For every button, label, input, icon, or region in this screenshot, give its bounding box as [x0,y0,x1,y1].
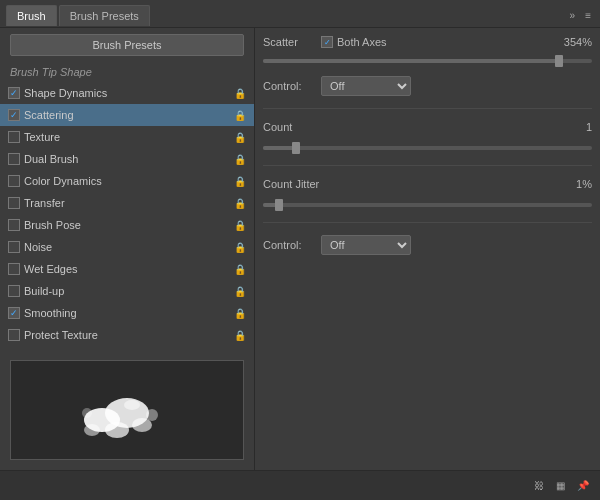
count-jitter-slider-track[interactable] [263,203,592,207]
lock-texture: 🔒 [234,132,246,143]
control-label-1: Control: [263,80,315,92]
label-build-up: Build-up [24,285,230,297]
control-row-2: Control: Off [263,235,592,255]
checkbox-build-up[interactable] [8,285,20,297]
brush-list: ✓ Shape Dynamics 🔒 ✓ Scattering 🔒 Textur… [0,82,254,356]
count-jitter-value: 1% [576,178,592,190]
brush-item-scattering[interactable]: ✓ Scattering 🔒 [0,104,254,126]
lock-transfer: 🔒 [234,198,246,209]
count-jitter-slider-row[interactable] [263,198,592,212]
label-dual-brush: Dual Brush [24,153,230,165]
tab-bar: Brush Brush Presets » ≡ [0,0,600,28]
lock-noise: 🔒 [234,242,246,253]
count-label: Count [263,121,292,133]
checkbox-scattering[interactable]: ✓ [8,109,20,121]
checkbox-texture[interactable] [8,131,20,143]
lock-smoothing: 🔒 [234,308,246,319]
label-transfer: Transfer [24,197,230,209]
checkbox-shape-dynamics[interactable]: ✓ [8,87,20,99]
right-panel: Scatter ✓ Both Axes 354% Control: Off [255,28,600,470]
menu-icon[interactable]: ≡ [582,8,594,23]
main-container: Brush Brush Presets » ≡ Brush Presets Br… [0,0,600,500]
tab-brush-presets[interactable]: Brush Presets [59,5,150,26]
expand-icon[interactable]: » [567,8,579,23]
divider-1 [263,108,592,109]
brush-preview-svg [72,375,182,445]
checkbox-noise[interactable] [8,241,20,253]
label-protect-texture: Protect Texture [24,329,230,341]
lock-brush-pose: 🔒 [234,220,246,231]
both-axes-container: ✓ Both Axes [321,36,387,48]
svg-point-7 [124,400,140,410]
lock-color-dynamics: 🔒 [234,176,246,187]
brush-item-color-dynamics[interactable]: Color Dynamics 🔒 [0,170,254,192]
lock-build-up: 🔒 [234,286,246,297]
count-row: Count 1 [263,121,592,133]
scatter-row: Scatter ✓ Both Axes 354% [263,36,592,48]
lock-wet-edges: 🔒 [234,264,246,275]
checkbox-brush-pose[interactable] [8,219,20,231]
pin-icon[interactable]: 📌 [574,478,592,493]
label-brush-pose: Brush Pose [24,219,230,231]
label-shape-dynamics: Shape Dynamics [24,87,230,99]
label-color-dynamics: Color Dynamics [24,175,230,187]
brush-item-protect-texture[interactable]: Protect Texture 🔒 [0,324,254,346]
brush-item-brush-pose[interactable]: Brush Pose 🔒 [0,214,254,236]
count-slider-track[interactable] [263,146,592,150]
control-row-1: Control: Off [263,76,592,96]
checkbox-color-dynamics[interactable] [8,175,20,187]
count-value: 1 [586,121,592,133]
checkbox-transfer[interactable] [8,197,20,209]
control-select-1[interactable]: Off [321,76,411,96]
tab-bar-left: Brush Brush Presets [6,5,150,26]
scatter-slider-thumb[interactable] [555,55,563,67]
brush-tip-shape-label: Brush Tip Shape [0,64,254,82]
svg-point-4 [84,424,100,436]
brush-item-build-up[interactable]: Build-up 🔒 [0,280,254,302]
label-noise: Noise [24,241,230,253]
scatter-slider-fill [263,59,559,63]
scatter-pct-value: 354% [564,36,592,48]
brush-item-texture[interactable]: Texture 🔒 [0,126,254,148]
control-label-2: Control: [263,239,315,251]
tab-brush[interactable]: Brush [6,5,57,26]
brush-preview-area [10,360,244,460]
divider-2 [263,165,592,166]
checkbox-protect-texture[interactable] [8,329,20,341]
svg-point-6 [82,408,92,418]
chain-icon[interactable]: ⛓ [531,478,547,493]
both-axes-checkbox[interactable]: ✓ [321,36,333,48]
label-texture: Texture [24,131,230,143]
grid-icon[interactable]: ▦ [553,478,568,493]
lock-dual-brush: 🔒 [234,154,246,165]
both-axes-label: Both Axes [337,36,387,48]
brush-presets-button[interactable]: Brush Presets [10,34,244,56]
svg-point-2 [105,422,129,438]
control-select-2[interactable]: Off [321,235,411,255]
brush-item-wet-edges[interactable]: Wet Edges 🔒 [0,258,254,280]
count-jitter-slider-thumb[interactable] [275,199,283,211]
svg-point-5 [146,409,158,421]
lock-protect-texture: 🔒 [234,330,246,341]
lock-shape-dynamics: 🔒 [234,88,246,99]
bottom-bar: ⛓ ▦ 📌 [0,470,600,500]
count-slider-thumb[interactable] [292,142,300,154]
brush-item-dual-brush[interactable]: Dual Brush 🔒 [0,148,254,170]
scatter-slider-row[interactable] [263,54,592,68]
label-scattering: Scattering [24,109,230,121]
divider-3 [263,222,592,223]
checkbox-smoothing[interactable]: ✓ [8,307,20,319]
label-smoothing: Smoothing [24,307,230,319]
brush-item-transfer[interactable]: Transfer 🔒 [0,192,254,214]
checkbox-dual-brush[interactable] [8,153,20,165]
scatter-slider-track[interactable] [263,59,592,63]
checkbox-wet-edges[interactable] [8,263,20,275]
lock-scattering: 🔒 [234,110,246,121]
content-area: Brush Presets Brush Tip Shape ✓ Shape Dy… [0,28,600,470]
tab-bar-right: » ≡ [567,8,594,23]
brush-item-shape-dynamics[interactable]: ✓ Shape Dynamics 🔒 [0,82,254,104]
count-slider-row[interactable] [263,141,592,155]
brush-item-smoothing[interactable]: ✓ Smoothing 🔒 [0,302,254,324]
count-jitter-label: Count Jitter [263,178,319,190]
brush-item-noise[interactable]: Noise 🔒 [0,236,254,258]
